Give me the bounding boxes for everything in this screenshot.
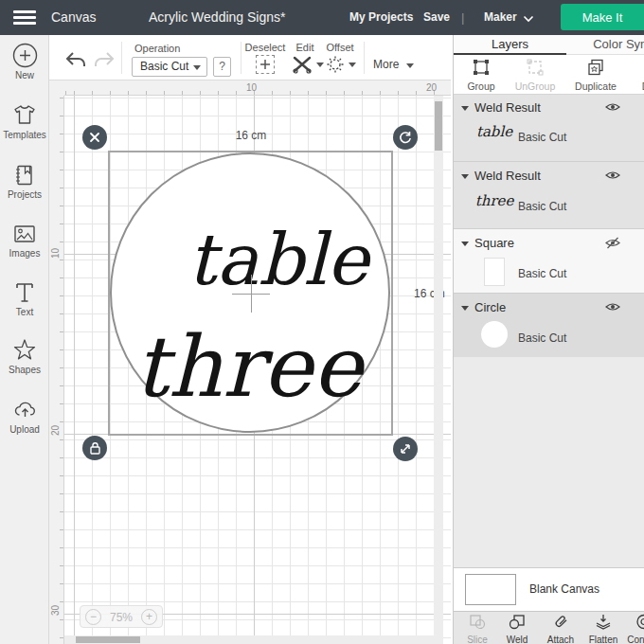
resize-handle[interactable] [393, 437, 418, 461]
layer-thumbnail-text: table [474, 123, 514, 140]
eye-slash-icon[interactable] [605, 237, 620, 249]
layer-group-weld-result-2[interactable]: Weld Result three Basic Cut [454, 161, 644, 228]
ruler-corner [49, 80, 64, 96]
contour-button[interactable]: Contour [620, 614, 644, 644]
vertical-scrollbar-thumb[interactable] [435, 101, 442, 151]
sidebar-item-text[interactable]: Text [0, 280, 49, 328]
sidebar-item-projects[interactable]: Projects [0, 163, 49, 210]
horizontal-scrollbar[interactable] [64, 635, 434, 644]
delete-handle[interactable] [82, 125, 107, 150]
more-button[interactable]: More [373, 58, 414, 71]
caret-down-icon[interactable] [461, 242, 469, 246]
horizontal-scrollbar-thumb[interactable] [76, 636, 140, 643]
sidebar-item-label: Images [0, 248, 49, 259]
canvas-nav-label[interactable]: Canvas [51, 0, 96, 35]
eye-icon[interactable] [605, 170, 620, 181]
close-icon [89, 132, 100, 143]
group-button[interactable]: Group [455, 58, 508, 94]
layer-child-label: Basic Cut [518, 131, 566, 144]
machine-selector[interactable]: Maker [484, 0, 517, 35]
flatten-icon [594, 614, 613, 630]
layer-group-name: Square [474, 236, 514, 250]
rotate-handle[interactable] [393, 125, 418, 150]
tab-layers[interactable]: Layers [454, 35, 566, 55]
eye-icon[interactable] [605, 301, 620, 313]
redo-icon[interactable] [93, 51, 116, 68]
layer-group-square[interactable]: Square Basic Cut [454, 228, 644, 293]
sidebar-item-new[interactable]: New [0, 43, 49, 90]
edit-label: Edit [288, 42, 322, 53]
star-icon [12, 338, 37, 363]
attach-label: Attach [547, 635, 574, 644]
text-t-icon [12, 280, 37, 305]
caret-down-icon[interactable] [461, 174, 469, 179]
save-button[interactable]: Save [423, 0, 450, 35]
dropdown-caret-icon [193, 65, 201, 70]
attach-button[interactable]: Attach [537, 614, 584, 644]
blank-canvas-row[interactable]: Blank Canvas [454, 567, 644, 611]
slice-icon [468, 614, 487, 630]
caret-down-icon[interactable] [461, 306, 469, 311]
lock-handle[interactable] [82, 436, 107, 460]
layers-panel: Layers Color Sync Group UnGroup Duplicat… [453, 35, 644, 644]
ungroup-button[interactable]: UnGroup [509, 58, 562, 94]
sidebar-item-shapes[interactable]: Shapes [0, 338, 49, 385]
offset-caret-icon[interactable] [349, 63, 356, 67]
contour-label: Contour [627, 635, 644, 644]
sidebar-item-label: Upload [0, 424, 49, 435]
offset-label: Offset [321, 42, 359, 53]
sidebar-item-label: Projects [0, 189, 49, 200]
layer-group-circle[interactable]: Circle Basic Cut [454, 293, 644, 357]
paperclip-icon [551, 614, 570, 630]
ungroup-icon [526, 58, 545, 77]
square-thumbnail [484, 258, 505, 286]
slice-label: Slice [467, 635, 488, 644]
ungroup-label: UnGroup [515, 80, 556, 92]
contour-icon [635, 614, 644, 630]
layer-group-name: Weld Result [474, 169, 541, 183]
edit-toolbar: Operation Basic Cut ? Deselect Edit Offs… [49, 35, 451, 80]
sidebar-item-templates[interactable]: Templates [0, 103, 49, 151]
ruler-number: 10 [246, 82, 257, 93]
deselect-icon[interactable] [256, 55, 275, 74]
tab-color-sync[interactable]: Color Sync [566, 35, 644, 55]
edit-icon[interactable] [292, 55, 313, 74]
project-title: Acrylic Wedding Signs* [149, 0, 285, 35]
layer-thumbnail-text: three [474, 192, 514, 209]
layer-group-weld-result-1[interactable]: Weld Result table Basic Cut [454, 95, 644, 161]
eye-icon[interactable] [605, 101, 620, 113]
sidebar-item-label: Templates [0, 130, 49, 140]
chevron-down-icon[interactable] [523, 15, 534, 23]
circle-shape[interactable]: table three [110, 152, 390, 433]
offset-icon[interactable] [326, 55, 345, 74]
weld-button[interactable]: Weld [493, 614, 541, 644]
weld-label: Weld [507, 635, 528, 644]
layer-group-name: Circle [474, 300, 506, 314]
toolbar-separator [121, 42, 122, 74]
ruler-number: 20 [50, 425, 61, 436]
delete-button[interactable]: Delete [628, 58, 644, 94]
zoom-in-button[interactable]: + [141, 609, 157, 625]
layer-actions-row: Group UnGroup Duplicate Delete [454, 55, 644, 95]
caret-down-icon[interactable] [461, 106, 469, 111]
undo-icon[interactable] [64, 51, 87, 68]
vertical-scrollbar[interactable] [434, 96, 443, 644]
notebook-icon [12, 163, 37, 188]
sidebar-item-upload[interactable]: Upload [0, 398, 49, 445]
operation-dropdown[interactable]: Basic Cut [132, 57, 207, 77]
my-projects-link[interactable]: My Projects [349, 0, 413, 35]
more-caret-icon [406, 63, 414, 68]
hamburger-menu-icon[interactable] [13, 10, 36, 25]
group-label: Group [467, 80, 494, 92]
help-button[interactable]: ? [213, 57, 231, 77]
table-three-text: table three [112, 154, 388, 431]
layer-child-label: Basic Cut [518, 200, 566, 213]
duplicate-button[interactable]: Duplicate [569, 58, 622, 94]
design-canvas: 0 10 20 10 20 30 table three 16 cm 16 cm [49, 35, 451, 644]
more-label: More [373, 58, 399, 71]
ruler-number: 10 [50, 248, 61, 259]
edit-caret-icon[interactable] [316, 63, 324, 67]
sidebar-item-images[interactable]: Images [0, 222, 49, 269]
make-it-button[interactable]: Make It [561, 4, 644, 30]
blank-canvas-label: Blank Canvas [529, 582, 599, 596]
